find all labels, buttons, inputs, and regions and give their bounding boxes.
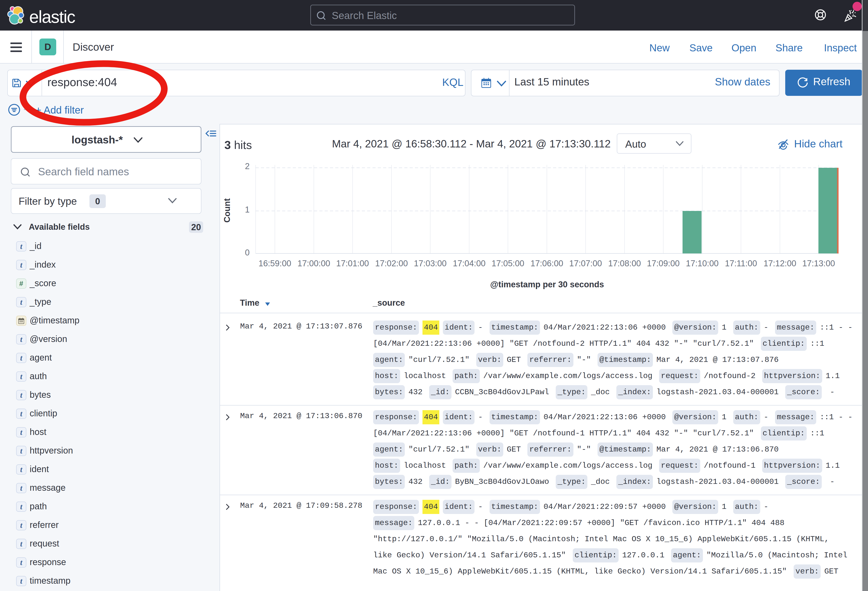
svg-text:17:13:00: 17:13:00 [802,259,835,268]
svg-text:17:11:00: 17:11:00 [725,259,757,268]
svg-text:0: 0 [245,248,249,257]
svg-text:17:07:00: 17:07:00 [569,259,602,268]
svg-text:17:01:00: 17:01:00 [336,259,369,268]
svg-text:17:03:00: 17:03:00 [414,259,447,268]
svg-text:17:10:00: 17:10:00 [686,259,719,268]
svg-text:17:02:00: 17:02:00 [375,259,408,268]
svg-text:17:09:00: 17:09:00 [647,259,680,268]
svg-text:16:59:00: 16:59:00 [258,259,291,268]
svg-text:2: 2 [245,162,249,171]
svg-text:17:00:00: 17:00:00 [297,259,330,268]
svg-text:@timestamp per 30 seconds: @timestamp per 30 seconds [490,280,604,289]
svg-text:Count: Count [223,198,232,223]
svg-text:17:04:00: 17:04:00 [453,259,486,268]
svg-text:17:12:00: 17:12:00 [763,259,796,268]
svg-text:17:06:00: 17:06:00 [530,259,563,268]
svg-text:17:08:00: 17:08:00 [608,259,641,268]
svg-text:17:05:00: 17:05:00 [492,259,524,268]
svg-text:1: 1 [245,205,249,214]
